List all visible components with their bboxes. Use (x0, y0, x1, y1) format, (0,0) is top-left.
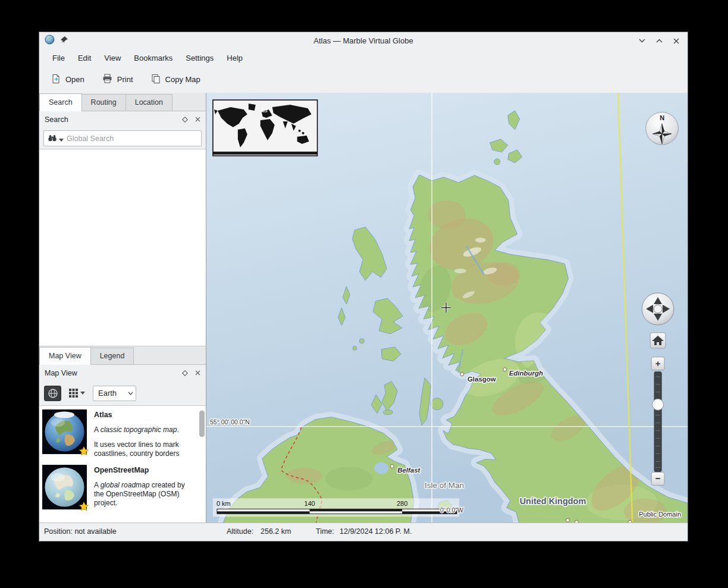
globe-projection-icon (48, 389, 58, 398)
status-position: Position: not available (44, 527, 117, 536)
scale-max-label: 280 (397, 500, 407, 507)
city-marker-glasgow[interactable] (460, 373, 464, 376)
float-dock-icon[interactable] (182, 370, 188, 376)
marble-window: Atlas — Marble Virtual Globe (39, 32, 688, 542)
panel-top-tabbar: Search Routing Location (39, 93, 206, 111)
close-dock-icon[interactable] (195, 117, 200, 122)
float-dock-icon[interactable] (182, 117, 188, 123)
svg-text:−: − (655, 473, 661, 483)
search-results-list[interactable] (39, 149, 206, 346)
menu-file[interactable]: File (46, 52, 71, 64)
tab-search[interactable]: Search (39, 93, 82, 111)
atlas-preview-image (42, 409, 87, 454)
menu-view[interactable]: View (98, 52, 127, 64)
minimize-button[interactable] (637, 36, 647, 46)
window-title: Atlas — Marble Virtual Globe (39, 36, 688, 45)
scrollbar-thumb[interactable] (199, 411, 205, 437)
menu-help[interactable]: Help (221, 52, 249, 64)
theme-description: A classic topographic map. (94, 426, 195, 434)
favorite-star-icon (79, 502, 89, 511)
map-canvas[interactable]: Glasgow Edinburgh Belfast Isle of Man Un… (206, 93, 688, 523)
status-altitude-value: 256.2 km (261, 527, 291, 536)
zoom-in-button[interactable]: + (651, 357, 664, 370)
close-dock-icon[interactable] (195, 370, 200, 376)
search-input[interactable] (65, 134, 197, 143)
map-theme-list: Atlas A classic topographic map. It uses… (39, 405, 206, 523)
svg-text:+: + (655, 358, 661, 368)
city-marker-edinburgh[interactable] (503, 368, 507, 371)
search-type-chevron-icon[interactable] (59, 133, 64, 144)
titlebar[interactable]: Atlas — Marble Virtual Globe (39, 32, 688, 49)
close-button[interactable] (671, 36, 681, 46)
chevron-down-icon (80, 392, 85, 395)
chevron-down-icon (125, 392, 136, 395)
celestial-body-menu-button[interactable] (67, 387, 87, 399)
mapview-controls: Earth (39, 381, 206, 405)
theme-list-scrollbar[interactable] (199, 407, 205, 521)
menu-settings[interactable]: Settings (180, 52, 219, 64)
open-button[interactable]: Open (51, 74, 84, 86)
label-belfast: Belfast (397, 467, 421, 474)
label-isle-of-man: Isle of Man (425, 481, 464, 490)
search-dock-header: Search (39, 111, 206, 127)
favorite-star-icon (79, 446, 89, 456)
theme-entry-openstreetmap[interactable]: OpenStreetMap A global roadmap created b… (39, 461, 206, 517)
menu-bookmarks[interactable]: Bookmarks (128, 52, 178, 64)
navigation-pad[interactable] (642, 293, 674, 325)
copy-map-button[interactable]: Copy Map (151, 74, 200, 86)
scale-zero-label: 0 km (216, 500, 231, 507)
grid-icon (69, 389, 78, 398)
copy-icon (151, 74, 161, 86)
home-button[interactable] (650, 333, 666, 348)
status-time-label: Time: (316, 527, 334, 536)
statusbar: Position: not available Altitude: 256.2 … (39, 523, 688, 541)
osm-preview-image (42, 465, 87, 509)
label-edinburgh: Edinburgh (509, 370, 543, 377)
tab-routing[interactable]: Routing (81, 94, 126, 111)
projection-button[interactable] (44, 386, 61, 401)
overview-map[interactable] (213, 100, 318, 156)
scale-mid-label: 140 (304, 500, 315, 507)
theme-entry-atlas[interactable]: Atlas A classic topographic map. It uses… (39, 406, 206, 461)
tab-legend[interactable]: Legend (90, 348, 134, 364)
search-dock-title: Search (45, 115, 175, 124)
theme-description: It uses vector lines to mark coastlines,… (94, 440, 195, 458)
compass[interactable]: N (646, 112, 679, 145)
print-button[interactable]: Print (102, 74, 133, 85)
label-longitude: 0' 0.0"W (440, 507, 463, 514)
celestial-body-combobox[interactable]: Earth (93, 386, 136, 401)
theme-name: OpenStreetMap (94, 466, 195, 475)
status-time-value: 12/9/2024 12:06 P. M. (340, 527, 412, 536)
menu-edit[interactable]: Edit (72, 52, 97, 64)
tab-location[interactable]: Location (125, 94, 172, 111)
main-toolbar: Open Print Copy Map (39, 66, 688, 93)
mapview-dock-title: Map View (45, 369, 175, 377)
label-latitude: 55° 00' 00.0"N (210, 419, 250, 426)
binoculars-icon (48, 133, 57, 144)
scale-bar: 0 km 140 280 (213, 498, 459, 517)
city-marker[interactable] (566, 518, 569, 522)
printer-icon (102, 74, 112, 85)
tab-map-view[interactable]: Map View (39, 347, 91, 365)
theme-description: A global roadmap created by the OpenStre… (94, 481, 195, 508)
theme-name: Atlas (94, 411, 195, 420)
maximize-button[interactable] (654, 36, 664, 46)
city-marker-belfast[interactable] (390, 464, 394, 468)
mapview-dock-header: Map View (39, 365, 206, 381)
panel-bottom-tabbar: Map View Legend (39, 346, 206, 365)
main-map[interactable]: Glasgow Edinburgh Belfast Isle of Man Un… (206, 93, 688, 523)
compass-north-label: N (660, 114, 664, 121)
label-united-kingdom: United Kingdom (520, 496, 586, 506)
side-panel: Search Routing Location Search (39, 93, 206, 523)
status-altitude-label: Altitude: (227, 527, 253, 536)
open-file-icon (51, 74, 61, 86)
zoom-out-button[interactable]: − (651, 472, 664, 485)
global-search-box[interactable] (43, 130, 202, 146)
label-glasgow: Glasgow (467, 376, 496, 383)
zoom-slider-handle[interactable] (652, 399, 664, 410)
celestial-body-value: Earth (93, 389, 125, 398)
menubar: File Edit View Bookmarks Settings Help (39, 49, 688, 66)
label-license: Public Domain (639, 511, 681, 518)
